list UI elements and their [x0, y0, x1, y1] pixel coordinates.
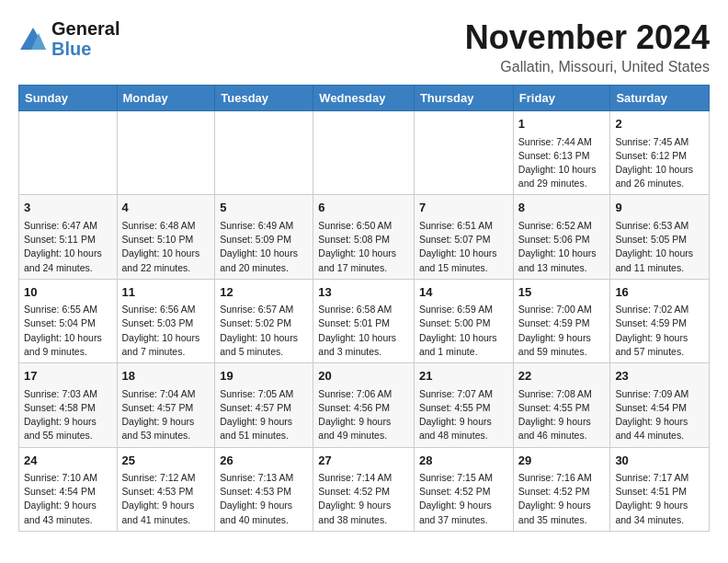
day-info: Sunrise: 7:16 AMSunset: 4:52 PMDaylight:… [518, 471, 606, 527]
weekday-header-friday: Friday [513, 86, 610, 111]
day-number: 13 [318, 283, 409, 302]
day-info: Sunrise: 6:50 AMSunset: 5:08 PMDaylight:… [318, 219, 409, 275]
logo-blue: Blue [51, 39, 119, 59]
day-info: Sunrise: 6:59 AMSunset: 5:00 PMDaylight:… [419, 303, 508, 359]
day-number: 8 [518, 199, 606, 217]
day-number: 9 [615, 199, 704, 217]
day-number: 2 [615, 115, 704, 133]
day-number: 29 [518, 452, 606, 470]
day-info: Sunrise: 7:08 AMSunset: 4:55 PMDaylight:… [518, 387, 606, 443]
calendar-cell: 16Sunrise: 7:02 AMSunset: 4:59 PMDayligh… [610, 279, 710, 362]
calendar-cell: 25Sunrise: 7:12 AMSunset: 4:53 PMDayligh… [117, 447, 215, 531]
calendar-cell [313, 111, 415, 195]
day-info: Sunrise: 7:04 AMSunset: 4:57 PMDaylight:… [122, 387, 210, 443]
calendar-cell: 15Sunrise: 7:00 AMSunset: 4:59 PMDayligh… [513, 279, 610, 362]
weekday-header-thursday: Thursday [414, 86, 513, 111]
calendar-week-row: 3Sunrise: 6:47 AMSunset: 5:11 PMDaylight… [19, 195, 710, 279]
day-number: 16 [615, 283, 704, 302]
day-number: 24 [24, 452, 112, 470]
weekday-header-tuesday: Tuesday [215, 86, 313, 111]
calendar-cell: 1Sunrise: 7:44 AMSunset: 6:13 PMDaylight… [513, 111, 610, 195]
day-info: Sunrise: 6:53 AMSunset: 5:05 PMDaylight:… [615, 219, 704, 275]
calendar-cell: 4Sunrise: 6:48 AMSunset: 5:10 PMDaylight… [117, 195, 215, 279]
calendar-cell: 8Sunrise: 6:52 AMSunset: 5:06 PMDaylight… [513, 195, 610, 279]
day-info: Sunrise: 7:10 AMSunset: 4:54 PMDaylight:… [24, 471, 112, 527]
calendar-cell: 17Sunrise: 7:03 AMSunset: 4:58 PMDayligh… [19, 363, 118, 447]
calendar-cell: 29Sunrise: 7:16 AMSunset: 4:52 PMDayligh… [513, 447, 610, 531]
weekday-header-monday: Monday [117, 86, 215, 111]
day-info: Sunrise: 6:48 AMSunset: 5:10 PMDaylight:… [122, 219, 210, 275]
day-number: 22 [518, 367, 606, 385]
day-number: 30 [615, 452, 704, 470]
calendar-cell: 20Sunrise: 7:06 AMSunset: 4:56 PMDayligh… [313, 363, 415, 447]
calendar-cell: 6Sunrise: 6:50 AMSunset: 5:08 PMDaylight… [313, 195, 415, 279]
day-info: Sunrise: 7:13 AMSunset: 4:53 PMDaylight:… [220, 471, 308, 527]
logo-general: General [51, 18, 119, 39]
day-number: 14 [419, 283, 508, 302]
calendar-cell: 2Sunrise: 7:45 AMSunset: 6:12 PMDaylight… [610, 111, 710, 195]
month-title: November 2024 [465, 18, 710, 57]
day-info: Sunrise: 7:09 AMSunset: 4:54 PMDaylight:… [615, 387, 704, 443]
day-number: 20 [318, 367, 409, 385]
day-info: Sunrise: 6:58 AMSunset: 5:01 PMDaylight:… [318, 303, 409, 359]
day-number: 28 [419, 452, 508, 470]
calendar-week-row: 1Sunrise: 7:44 AMSunset: 6:13 PMDaylight… [19, 111, 710, 195]
calendar-cell: 3Sunrise: 6:47 AMSunset: 5:11 PMDaylight… [19, 195, 118, 279]
calendar-cell [414, 111, 513, 195]
day-number: 5 [220, 199, 308, 217]
day-info: Sunrise: 7:02 AMSunset: 4:59 PMDaylight:… [615, 303, 704, 359]
calendar-cell: 30Sunrise: 7:17 AMSunset: 4:51 PMDayligh… [610, 447, 710, 531]
page-header: General Blue November 2024 Gallatin, Mis… [18, 18, 710, 75]
logo: General Blue [18, 18, 119, 59]
calendar-table: SundayMondayTuesdayWednesdayThursdayFrid… [18, 85, 710, 532]
calendar-cell: 10Sunrise: 6:55 AMSunset: 5:04 PMDayligh… [19, 279, 118, 362]
day-info: Sunrise: 6:52 AMSunset: 5:06 PMDaylight:… [518, 219, 606, 275]
calendar-cell [215, 111, 313, 195]
calendar-cell: 23Sunrise: 7:09 AMSunset: 4:54 PMDayligh… [610, 363, 710, 447]
calendar-cell: 27Sunrise: 7:14 AMSunset: 4:52 PMDayligh… [313, 447, 415, 531]
weekday-header-saturday: Saturday [610, 86, 710, 111]
calendar-cell: 14Sunrise: 6:59 AMSunset: 5:00 PMDayligh… [414, 279, 513, 362]
day-number: 15 [518, 283, 606, 302]
calendar-cell: 19Sunrise: 7:05 AMSunset: 4:57 PMDayligh… [215, 363, 313, 447]
calendar-cell: 11Sunrise: 6:56 AMSunset: 5:03 PMDayligh… [117, 279, 215, 362]
day-info: Sunrise: 6:56 AMSunset: 5:03 PMDaylight:… [122, 303, 210, 359]
weekday-header-row: SundayMondayTuesdayWednesdayThursdayFrid… [19, 86, 710, 111]
calendar-cell [117, 111, 215, 195]
day-info: Sunrise: 7:15 AMSunset: 4:52 PMDaylight:… [419, 471, 508, 527]
day-info: Sunrise: 7:45 AMSunset: 6:12 PMDaylight:… [615, 135, 704, 191]
day-number: 19 [220, 367, 308, 385]
day-number: 11 [122, 283, 210, 302]
title-block: November 2024 Gallatin, Missouri, United… [465, 18, 710, 75]
day-number: 3 [24, 199, 112, 217]
day-info: Sunrise: 7:05 AMSunset: 4:57 PMDaylight:… [220, 387, 308, 443]
calendar-cell: 9Sunrise: 6:53 AMSunset: 5:05 PMDaylight… [610, 195, 710, 279]
calendar-week-row: 24Sunrise: 7:10 AMSunset: 4:54 PMDayligh… [19, 447, 710, 531]
day-info: Sunrise: 7:14 AMSunset: 4:52 PMDaylight:… [318, 471, 409, 527]
day-info: Sunrise: 6:51 AMSunset: 5:07 PMDaylight:… [419, 219, 508, 275]
day-number: 10 [24, 283, 112, 302]
calendar-cell: 24Sunrise: 7:10 AMSunset: 4:54 PMDayligh… [19, 447, 118, 531]
calendar-cell [19, 111, 118, 195]
calendar-cell: 21Sunrise: 7:07 AMSunset: 4:55 PMDayligh… [414, 363, 513, 447]
calendar-cell: 5Sunrise: 6:49 AMSunset: 5:09 PMDaylight… [215, 195, 313, 279]
day-number: 25 [122, 452, 210, 470]
day-number: 4 [122, 199, 210, 217]
day-number: 21 [419, 367, 508, 385]
day-info: Sunrise: 6:55 AMSunset: 5:04 PMDaylight:… [24, 303, 112, 359]
weekday-header-sunday: Sunday [19, 86, 118, 111]
weekday-header-wednesday: Wednesday [313, 86, 415, 111]
day-number: 12 [220, 283, 308, 302]
day-number: 26 [220, 452, 308, 470]
day-number: 1 [518, 115, 606, 133]
day-number: 18 [122, 367, 210, 385]
day-number: 23 [615, 367, 704, 385]
day-info: Sunrise: 7:44 AMSunset: 6:13 PMDaylight:… [518, 135, 606, 191]
calendar-cell: 7Sunrise: 6:51 AMSunset: 5:07 PMDaylight… [414, 195, 513, 279]
day-info: Sunrise: 7:03 AMSunset: 4:58 PMDaylight:… [24, 387, 112, 443]
day-number: 6 [318, 199, 409, 217]
calendar-week-row: 17Sunrise: 7:03 AMSunset: 4:58 PMDayligh… [19, 363, 710, 447]
day-info: Sunrise: 6:47 AMSunset: 5:11 PMDaylight:… [24, 219, 112, 275]
day-info: Sunrise: 7:12 AMSunset: 4:53 PMDaylight:… [122, 471, 210, 527]
location: Gallatin, Missouri, United States [465, 59, 710, 75]
